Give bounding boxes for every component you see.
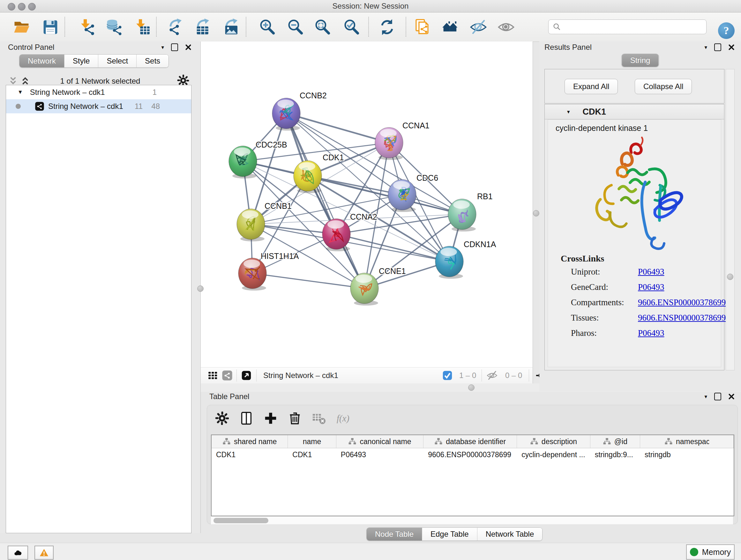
table-cell[interactable]: P06493 xyxy=(336,448,423,461)
crosslink-link[interactable]: 9606.ENSP00000378699 xyxy=(638,298,726,307)
node-CCNA2[interactable]: CCNA2 xyxy=(322,212,377,251)
zoom-in-button[interactable] xyxy=(258,17,277,37)
cloud-status-button[interactable] xyxy=(8,546,28,560)
import-network-file-button[interactable] xyxy=(77,17,96,37)
tab-sets[interactable]: Sets xyxy=(137,55,169,67)
tab-style[interactable]: Style xyxy=(64,55,98,67)
control-panel-menu-icon[interactable]: ▾ xyxy=(161,45,164,50)
open-session-button[interactable] xyxy=(12,17,31,37)
node-CCNB1[interactable]: CCNB1 xyxy=(237,201,292,241)
selected-checkbox-icon[interactable] xyxy=(442,370,453,381)
export-network-button[interactable] xyxy=(166,17,186,37)
splitter-handle-dot[interactable] xyxy=(468,384,475,391)
network-view-canvas[interactable]: CCNB2CCNA1CDC25BCDK1CDC6RB1CCNB1CCNA2CDK… xyxy=(201,42,533,367)
node-HIST1H1A[interactable]: HIST1H1A xyxy=(239,252,299,291)
control-panel-close-icon[interactable] xyxy=(185,44,192,51)
column-header-id[interactable]: @id xyxy=(590,435,640,448)
edge-CCNB2-CCNA1[interactable] xyxy=(286,113,389,143)
table-hscrollbar-thumb[interactable] xyxy=(213,518,268,523)
tab-string[interactable]: String xyxy=(622,54,659,67)
memory-button[interactable]: Memory xyxy=(686,544,735,560)
control-panel: Control Panel ▾ NetworkStyleSelectSets 1… xyxy=(0,42,201,533)
column-header-namespace[interactable]: namespace xyxy=(640,435,734,448)
node-RB1[interactable]: RB1 xyxy=(448,192,493,232)
node-CCNE1[interactable]: CCNE1 xyxy=(350,266,406,306)
zoom-out-button[interactable] xyxy=(286,17,306,37)
expand-all-button[interactable]: Expand All xyxy=(564,79,618,94)
detach-view-icon[interactable] xyxy=(241,370,252,381)
save-session-button[interactable] xyxy=(41,17,60,37)
collapse-all-button[interactable]: Collapse All xyxy=(635,79,692,94)
control-panel-float-icon[interactable] xyxy=(171,44,178,51)
node-CCNA1[interactable]: CCNA1 xyxy=(375,121,429,160)
section-collapse-icon[interactable]: ▾ xyxy=(567,109,570,115)
results-scrollbar-track[interactable] xyxy=(726,69,735,370)
export-table-button[interactable] xyxy=(193,17,213,37)
tab-node-table[interactable]: Node Table xyxy=(367,528,422,541)
node-CCNB2[interactable]: CCNB2 xyxy=(272,91,327,131)
table-panel-float-icon[interactable] xyxy=(714,393,721,400)
table-row[interactable]: CDK1CDK1P064939606.ENSP00000378699cyclin… xyxy=(212,448,734,461)
home-networks-button[interactable] xyxy=(441,17,460,37)
table-cell[interactable]: CDK1 xyxy=(212,448,288,461)
first-neighbors-button[interactable] xyxy=(412,17,432,37)
table-settings-gear-button[interactable] xyxy=(215,411,229,426)
crosslink-link[interactable]: P06493 xyxy=(638,282,664,292)
network-graph[interactable]: CCNB2CCNA1CDC25BCDK1CDC6RB1CCNB1CCNA2CDK… xyxy=(201,42,533,367)
network-share-icon[interactable] xyxy=(222,370,232,381)
column-header-databaseidentifier[interactable]: database identifier xyxy=(423,435,517,448)
column-header-canonicalname[interactable]: canonical name xyxy=(336,435,423,448)
search-box[interactable] xyxy=(548,19,706,34)
left-splitter-handle-dot[interactable] xyxy=(197,286,204,292)
table-hscrollbar-track[interactable] xyxy=(211,516,733,524)
delete-column-button[interactable] xyxy=(287,411,302,426)
table-panel-close-icon[interactable] xyxy=(728,393,735,400)
node-table[interactable]: shared namenamecanonical namedatabase id… xyxy=(211,435,734,516)
warnings-button[interactable] xyxy=(35,546,54,560)
hidden-eye-icon[interactable] xyxy=(487,370,497,381)
import-table-button[interactable] xyxy=(132,17,151,37)
protein-section-header[interactable]: ▾ CDK1 xyxy=(545,105,724,119)
edge-HIST1H1A-CCNE1[interactable] xyxy=(253,273,364,288)
tab-select[interactable]: Select xyxy=(98,55,137,67)
crosslink-link[interactable]: 9606.ENSP00000378699 xyxy=(638,313,726,323)
show-columns-button[interactable] xyxy=(239,411,254,426)
node-label-CCNE1: CCNE1 xyxy=(379,266,406,275)
network-tree-root-row[interactable]: ▼ String Network – cdk1 1 xyxy=(6,85,191,99)
node-CDKN1A[interactable]: CDKN1A xyxy=(435,240,496,279)
results-panel-close-icon[interactable] xyxy=(728,44,735,51)
tree-expander-icon[interactable]: ▼ xyxy=(17,89,23,96)
table-cell[interactable]: CDK1 xyxy=(288,448,336,461)
table-cell[interactable]: stringdb:9... xyxy=(590,448,640,461)
help-button[interactable]: ? xyxy=(718,22,735,39)
export-image-button[interactable] xyxy=(222,17,242,37)
network-tree-row[interactable]: String Network – cdk1 11 48 xyxy=(6,99,191,113)
table-cell[interactable]: stringdb xyxy=(640,448,734,461)
refresh-layout-button[interactable] xyxy=(377,17,397,37)
zoom-fit-button[interactable] xyxy=(313,17,333,37)
grid-view-icon[interactable] xyxy=(207,370,218,381)
results-panel-menu-icon[interactable]: ▾ xyxy=(704,45,707,50)
right-splitter-handle-dot[interactable] xyxy=(533,210,539,216)
column-header-description[interactable]: description xyxy=(517,435,590,448)
crosslink-link[interactable]: P06493 xyxy=(638,267,664,277)
zoom-selected-button[interactable] xyxy=(342,17,361,37)
crosslink-link[interactable]: P06493 xyxy=(638,328,664,338)
column-header-sharedname[interactable]: shared name xyxy=(212,435,288,448)
column-header-name[interactable]: name xyxy=(288,435,336,448)
show-all-button[interactable] xyxy=(496,17,516,37)
search-input[interactable] xyxy=(564,22,702,32)
tab-network[interactable]: Network xyxy=(19,55,64,67)
tab-network-table[interactable]: Network Table xyxy=(477,528,542,541)
import-network-database-button[interactable] xyxy=(104,17,124,37)
table-cell[interactable]: 9606.ENSP00000378699 xyxy=(423,448,517,461)
tab-edge-table[interactable]: Edge Table xyxy=(422,528,477,541)
table-cell[interactable]: cyclin-dependent ... xyxy=(517,448,590,461)
edge-CCNB2-CCNE1[interactable] xyxy=(286,113,364,288)
results-scrollbar-dot[interactable] xyxy=(727,273,733,280)
add-column-button[interactable] xyxy=(263,411,278,426)
hide-selected-button[interactable] xyxy=(468,17,488,37)
table-panel-menu-icon[interactable]: ▾ xyxy=(704,394,707,399)
zoom-fit-icon xyxy=(314,18,331,36)
results-panel-float-icon[interactable] xyxy=(714,44,721,51)
